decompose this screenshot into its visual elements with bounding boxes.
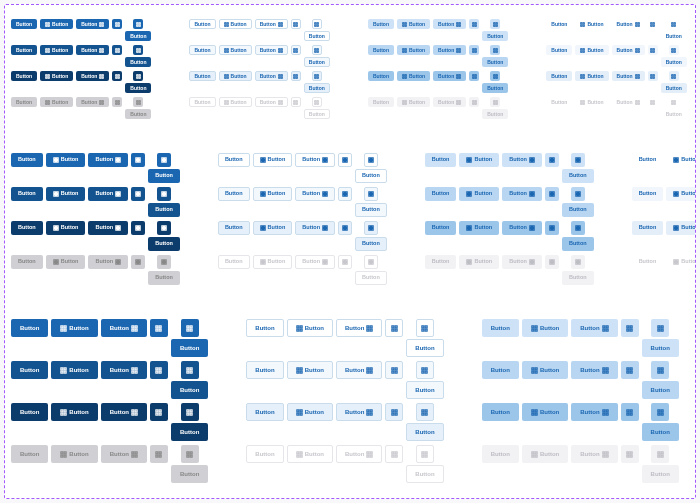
button-icon-only[interactable] <box>338 187 352 201</box>
button-text[interactable]: Button <box>642 381 679 399</box>
button-icon-only[interactable] <box>416 403 434 421</box>
button-text[interactable]: Button <box>406 339 443 357</box>
button[interactable]: Button <box>88 221 128 235</box>
button[interactable]: Button <box>571 403 617 421</box>
button[interactable]: Button <box>246 361 283 379</box>
button-text[interactable]: Button <box>482 31 508 41</box>
button-icon-only[interactable] <box>571 221 585 235</box>
button-text[interactable]: Button <box>171 339 208 357</box>
button[interactable]: Button <box>46 187 86 201</box>
button[interactable]: Button <box>482 361 519 379</box>
button-icon-only[interactable] <box>112 19 122 29</box>
button[interactable]: Button <box>218 221 250 235</box>
button-icon-only[interactable] <box>131 187 145 201</box>
button-icon-only[interactable] <box>112 45 122 55</box>
button-icon-only[interactable] <box>648 19 658 29</box>
button-icon-only[interactable] <box>490 45 500 55</box>
button-icon-only[interactable] <box>312 45 322 55</box>
button[interactable]: Button <box>101 361 147 379</box>
button[interactable]: Button <box>255 45 288 55</box>
button-text[interactable]: Button <box>355 169 387 183</box>
button[interactable]: Button <box>546 71 572 81</box>
button[interactable]: Button <box>246 403 283 421</box>
button[interactable]: Button <box>219 45 252 55</box>
button[interactable]: Button <box>502 187 542 201</box>
button-text[interactable]: Button <box>562 237 594 251</box>
button[interactable]: Button <box>11 361 48 379</box>
button[interactable]: Button <box>482 403 519 421</box>
button-icon-only[interactable] <box>669 19 679 29</box>
button[interactable]: Button <box>425 221 457 235</box>
button-icon-only[interactable] <box>571 153 585 167</box>
button[interactable]: Button <box>522 361 568 379</box>
button-icon-only[interactable] <box>157 187 171 201</box>
button-icon-only[interactable] <box>150 319 168 337</box>
button-icon-only[interactable] <box>291 19 301 29</box>
button[interactable]: Button <box>189 71 215 81</box>
button[interactable]: Button <box>295 187 335 201</box>
button[interactable]: Button <box>575 71 608 81</box>
button-text[interactable]: Button <box>562 169 594 183</box>
button-icon-only[interactable] <box>312 19 322 29</box>
button[interactable]: Button <box>88 153 128 167</box>
button-icon-only[interactable] <box>669 71 679 81</box>
button[interactable]: Button <box>51 319 97 337</box>
button-icon-only[interactable] <box>545 153 559 167</box>
button-icon-only[interactable] <box>364 187 378 201</box>
button-text[interactable]: Button <box>148 237 180 251</box>
button-icon-only[interactable] <box>181 361 199 379</box>
button-text[interactable]: Button <box>304 31 330 41</box>
button-icon-only[interactable] <box>291 45 301 55</box>
button[interactable]: Button <box>76 45 109 55</box>
button[interactable]: Button <box>433 19 466 29</box>
button[interactable]: Button <box>219 19 252 29</box>
button-icon-only[interactable] <box>131 153 145 167</box>
button-icon-only[interactable] <box>133 19 143 29</box>
button[interactable]: Button <box>51 403 97 421</box>
button-icon-only[interactable] <box>490 19 500 29</box>
button-icon-only[interactable] <box>385 319 403 337</box>
button-icon-only[interactable] <box>545 187 559 201</box>
button-icon-only[interactable] <box>669 45 679 55</box>
button-icon-only[interactable] <box>385 403 403 421</box>
button[interactable]: Button <box>397 71 430 81</box>
button-text[interactable]: Button <box>304 83 330 93</box>
button-icon-only[interactable] <box>571 187 585 201</box>
button-icon-only[interactable] <box>150 403 168 421</box>
button-icon-only[interactable] <box>131 221 145 235</box>
button[interactable]: Button <box>40 71 73 81</box>
button[interactable]: Button <box>189 45 215 55</box>
button-text[interactable]: Button <box>304 57 330 67</box>
button[interactable]: Button <box>255 19 288 29</box>
button-icon-only[interactable] <box>648 71 658 81</box>
button[interactable]: Button <box>336 361 382 379</box>
button-text[interactable]: Button <box>482 83 508 93</box>
button-icon-only[interactable] <box>621 319 639 337</box>
button-icon-only[interactable] <box>490 71 500 81</box>
button[interactable]: Button <box>287 361 333 379</box>
button[interactable]: Button <box>368 45 394 55</box>
button[interactable]: Button <box>425 153 457 167</box>
button[interactable]: Button <box>502 221 542 235</box>
button-text[interactable]: Button <box>642 423 679 441</box>
button[interactable]: Button <box>255 71 288 81</box>
button[interactable]: Button <box>336 319 382 337</box>
button-icon-only[interactable] <box>385 361 403 379</box>
button[interactable]: Button <box>76 71 109 81</box>
button[interactable]: Button <box>11 221 43 235</box>
button-icon-only[interactable] <box>364 221 378 235</box>
button-icon-only[interactable] <box>133 71 143 81</box>
button[interactable]: Button <box>101 319 147 337</box>
button-icon-only[interactable] <box>157 153 171 167</box>
button-text[interactable]: Button <box>661 83 687 93</box>
button[interactable]: Button <box>218 153 250 167</box>
button[interactable]: Button <box>632 187 664 201</box>
button[interactable]: Button <box>632 221 664 235</box>
button[interactable]: Button <box>336 403 382 421</box>
button-text[interactable]: Button <box>125 57 151 67</box>
button[interactable]: Button <box>502 153 542 167</box>
button-text[interactable]: Button <box>406 423 443 441</box>
button[interactable]: Button <box>11 153 43 167</box>
button-text[interactable]: Button <box>171 423 208 441</box>
button-icon-only[interactable] <box>621 361 639 379</box>
